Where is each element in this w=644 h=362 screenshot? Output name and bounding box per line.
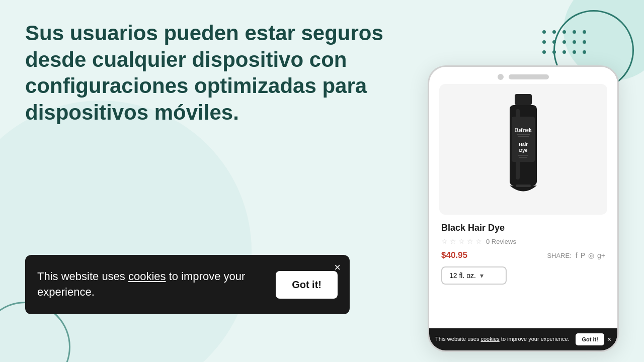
product-info: Black Hair Dye ☆ ☆ ☆ ☆ ☆ 0 Reviews $40.9… [439,223,607,285]
phone-speaker [509,74,549,79]
hair-dye-tube-svg: Refresh Hair Dye [491,92,556,207]
product-stars: ☆ ☆ ☆ ☆ ☆ 0 Reviews [441,237,605,245]
chevron-down-icon: ▾ [480,272,484,280]
star-4: ☆ [467,237,473,245]
svg-text:Dye: Dye [519,148,528,153]
pinterest-icon[interactable]: P [581,251,585,259]
product-price-row: $40.95 SHARE: f P ◎ g+ [441,250,605,260]
share-icons: f P ◎ g+ [576,251,605,259]
phone-top-bar [429,67,617,84]
mini-cookie-text-before: This website uses [435,336,480,342]
svg-rect-5 [517,134,530,135]
svg-rect-0 [515,94,532,105]
star-3: ☆ [458,237,465,245]
phone-mockup: Refresh Hair Dye Black Hair Dye ☆ [428,65,619,352]
page-headline: Sus usuarios pueden estar seguros desde … [25,20,397,126]
product-price: $40.95 [441,250,467,260]
cookie-banner: This website uses cookies to improve you… [25,255,350,314]
facebook-icon[interactable]: f [576,251,578,259]
mini-cookie-got-it-button[interactable]: Got it! [576,333,604,345]
phone-content: Refresh Hair Dye Black Hair Dye ☆ [429,84,617,285]
cookie-got-it-button[interactable]: Got it! [276,271,338,299]
cookie-text-before: This website uses [37,270,128,283]
svg-rect-6 [518,136,529,137]
product-name: Black Hair Dye [441,223,605,233]
mini-cookie-text-after: to improve your experience. [500,336,570,342]
star-5: ☆ [475,237,482,245]
star-2: ☆ [450,237,456,245]
reviews-count: 0 Reviews [486,238,516,245]
svg-rect-10 [519,157,527,158]
instagram-icon[interactable]: ◎ [588,251,594,259]
cookie-text: This website uses cookies to improve you… [37,269,264,300]
cookie-close-button[interactable]: × [334,262,341,273]
svg-rect-9 [518,155,528,156]
mini-cookie-link[interactable]: cookies [480,336,499,342]
svg-text:Hair: Hair [519,142,528,147]
mini-cookie-text: This website uses cookies to improve you… [435,335,571,343]
left-panel: Sus usuarios pueden estar seguros desde … [25,20,397,126]
bg-decoration-circle [0,101,252,362]
share-row: SHARE: f P ◎ g+ [547,251,605,259]
quantity-value: 12 fl. oz. [449,272,476,280]
googleplus-icon[interactable]: g+ [597,251,605,259]
share-label: SHARE: [547,252,571,259]
quantity-selector[interactable]: 12 fl. oz. ▾ [441,266,507,285]
product-image: Refresh Hair Dye [439,84,607,215]
mini-cookie-close-button[interactable]: × [607,335,611,343]
dot-grid-decoration [542,30,589,56]
svg-rect-11 [516,185,531,187]
cookie-link[interactable]: cookies [128,270,166,283]
svg-text:Refresh: Refresh [515,127,532,133]
mini-cookie-banner: This website uses cookies to improve you… [429,328,617,350]
star-1: ☆ [441,237,448,245]
phone-camera [498,74,504,80]
